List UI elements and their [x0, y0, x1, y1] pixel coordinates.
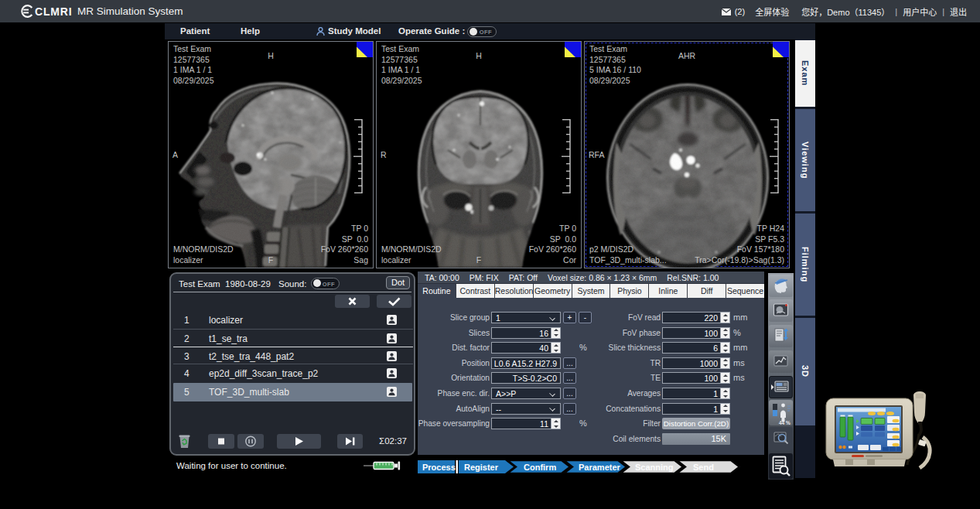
workflow-step-label: Parameter — [579, 463, 621, 472]
monitor-display-button[interactable] — [769, 376, 793, 398]
menu-study-model[interactable]: Study Model — [328, 26, 381, 36]
field-value: 1 — [713, 389, 718, 399]
spinner[interactable] — [720, 388, 729, 398]
sound-label: Sound: — [278, 279, 306, 289]
document-transfer-icon — [769, 325, 793, 347]
filter-button[interactable]: Distortion Corr.(2D) — [662, 418, 730, 429]
study-model-icon — [316, 27, 325, 36]
select-AutoAlign[interactable]: --∨ — [491, 403, 561, 415]
vp1-params: TP 0SP 0.0FoV 260*260Sag — [321, 224, 368, 265]
play-button[interactable] — [277, 434, 321, 449]
status-message: Waiting for user to continue. — [176, 461, 287, 470]
head-profile-button[interactable] — [769, 275, 793, 297]
menu-help[interactable]: Help — [241, 26, 260, 36]
overlay-line: TP H24 — [757, 224, 784, 233]
top-header: CLMRI MR Simulation System (2) 全屏体验 您好，D… — [0, 0, 980, 22]
vp3-orient-top: AHR — [585, 51, 789, 62]
row-number: 5 — [184, 387, 190, 398]
input-TR[interactable]: 1000 — [662, 357, 730, 369]
overlay-line: 1 IMA 1 / 1 — [381, 65, 420, 74]
input-Position[interactable]: L0.6 A15.2 H27.9 — [491, 357, 561, 369]
user-center-link[interactable]: 用户中心 — [903, 5, 937, 18]
input-Averages[interactable]: 1 — [662, 388, 730, 399]
menu-patient[interactable]: Patient — [180, 26, 210, 36]
pause-button[interactable] — [237, 434, 264, 449]
sequence-row[interactable]: 2 t1_se_tra — [173, 330, 412, 347]
spinner[interactable] — [720, 343, 729, 353]
chart-button[interactable] — [769, 350, 793, 373]
input-Concatenations[interactable]: 1 — [662, 403, 730, 415]
spinner[interactable] — [551, 328, 560, 338]
select-Phase enc. dir.[interactable]: A>>P∨ — [491, 388, 561, 399]
skip-button[interactable] — [337, 434, 363, 449]
field-value: 11 — [540, 419, 548, 429]
image-search-button[interactable] — [769, 427, 793, 450]
spinner[interactable] — [720, 373, 729, 383]
vp2-ruler — [562, 119, 571, 193]
tab-label: Filming — [801, 247, 810, 282]
spinner[interactable] — [720, 328, 729, 338]
document-transfer-button[interactable] — [769, 325, 793, 347]
image-preview-button[interactable] — [769, 299, 793, 322]
trash-icon[interactable] — [178, 434, 191, 449]
tab-exam[interactable]: Exam — [795, 40, 815, 107]
input-FoV read[interactable]: 220 — [662, 312, 730, 323]
viewport-axial[interactable]: Test Exam125773655 IMA 16 / 11008/29/202… — [584, 41, 790, 268]
tab-viewing[interactable]: Viewing — [795, 109, 815, 211]
input-Orientation[interactable]: T>S-0.2>C0 — [491, 372, 561, 384]
vp1-corner-marker — [357, 42, 373, 57]
tab-label: Exam — [801, 60, 810, 86]
logout-link[interactable]: 退出 — [950, 5, 967, 18]
stop-button[interactable] — [208, 434, 234, 449]
field-value: 16 — [539, 329, 548, 339]
confirm-button[interactable] — [377, 295, 411, 308]
operate-guide-toggle[interactable]: OFF — [467, 26, 497, 37]
workflow-step-label: Confirm — [524, 463, 556, 472]
spinner[interactable] — [720, 313, 729, 323]
input-Slice thickness[interactable]: 6 — [662, 342, 730, 354]
overlay-line: Sag — [353, 255, 368, 265]
sequence-row-selected[interactable]: 5 TOF_3D_multi-slab — [173, 383, 412, 401]
vp3-technique: p2 M/DIS2DTOF_3D_multi-slab... — [589, 244, 667, 265]
sequence-row[interactable]: 3 t2_tse_tra_448_pat2 — [173, 348, 412, 365]
patient-load-button[interactable]: 44 % — [769, 400, 793, 425]
spinner[interactable] — [720, 404, 729, 414]
input-Slices[interactable]: 16 — [491, 327, 561, 339]
select-Slice group[interactable]: 1∨ — [491, 312, 561, 323]
overlay-line: p2 M/DIS2D — [589, 244, 633, 254]
input-FoV phase[interactable]: 100 — [662, 327, 730, 339]
clmri-logo-icon — [19, 3, 36, 19]
sound-toggle[interactable]: OFF — [311, 278, 340, 289]
overlay-line: M/NORM/DIS2D — [381, 244, 442, 254]
exam-title: Test Exam — [179, 279, 220, 289]
document-search-button[interactable] — [769, 453, 793, 479]
mail-icon[interactable] — [721, 8, 732, 16]
vp3-ruler — [770, 119, 779, 193]
tab-filming[interactable]: Filming — [795, 214, 815, 316]
spinner[interactable] — [551, 343, 560, 353]
overlay-line: TP 0 — [559, 224, 576, 233]
spinner[interactable] — [551, 418, 560, 429]
field-value: 100 — [704, 374, 718, 384]
tab-label: 3D — [801, 365, 810, 377]
input-Dist. factor[interactable]: 40 — [491, 342, 561, 354]
toggle-knob — [313, 279, 321, 287]
cancel-button[interactable] — [335, 295, 370, 308]
viewport-sagittal[interactable]: Test Exam125773651 IMA 1 / 108/29/2025 H… — [168, 41, 374, 268]
input-TE[interactable]: 100 — [662, 372, 730, 384]
fullscreen-link[interactable]: 全屏体验 — [755, 5, 789, 18]
toggle-knob — [470, 28, 477, 36]
input-Phase oversampling[interactable]: 11 — [491, 418, 561, 429]
total-time: Σ02:37 — [379, 436, 407, 446]
document-search-icon — [769, 453, 793, 479]
viewport-coronal[interactable]: Test Exam125773651 IMA 1 / 108/29/2025 H… — [376, 41, 582, 268]
field-label: Averages — [560, 388, 661, 399]
dot-button[interactable]: Dot — [386, 276, 410, 289]
sequence-row[interactable]: 4 ep2d_diff_3scan_trace_p2 — [173, 365, 412, 382]
tab-3d[interactable]: 3D — [795, 318, 815, 425]
vp1-ruler — [353, 119, 363, 193]
workflow-step-label: Register — [464, 463, 499, 472]
spinner[interactable] — [720, 358, 729, 368]
insert-marker — [173, 347, 413, 347]
sequence-row[interactable]: 1 localizer — [173, 312, 412, 329]
